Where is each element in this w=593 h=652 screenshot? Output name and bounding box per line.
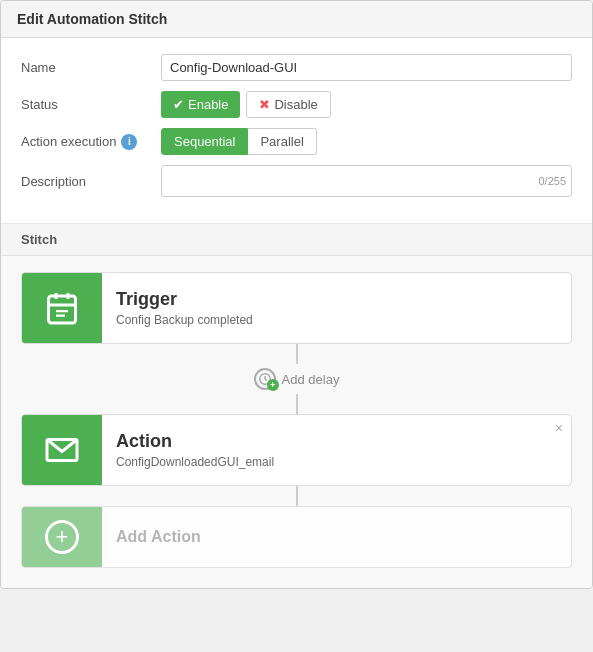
add-delay-row[interactable]: + Add delay [254,364,340,394]
execution-row: Action execution i Sequential Parallel [21,128,572,155]
add-delay-plus-icon: + [267,379,279,391]
status-label: Status [21,97,161,112]
status-row: Status ✔ Enable ✖ Disable [21,91,572,118]
description-count: 0/255 [538,175,566,187]
description-control: 0/255 [161,165,572,197]
connector-2 [296,394,298,414]
info-icon[interactable]: i [121,134,137,150]
add-action-icon-bg: + [22,507,102,567]
trigger-icon [44,290,80,326]
description-row: Description 0/255 [21,165,572,197]
trigger-subtitle: Config Backup completed [116,313,253,327]
stitch-area: Trigger Config Backup completed + Add de… [1,256,592,588]
stitch-section-label: Stitch [1,224,592,256]
action-content: Action ConfigDownloadedGUI_email [102,415,288,485]
name-control [161,54,572,81]
action-subtitle: ConfigDownloadedGUI_email [116,455,274,469]
action-icon [44,432,80,468]
disable-label: Disable [274,97,317,112]
check-icon: ✔ [173,97,184,112]
enable-button[interactable]: ✔ Enable [161,91,240,118]
execution-label: Action execution i [21,134,161,150]
panel-title: Edit Automation Stitch [1,1,592,38]
svg-line-8 [265,379,267,381]
execution-buttons: Sequential Parallel [161,128,572,155]
add-delay-label: Add delay [282,372,340,387]
trigger-content: Trigger Config Backup completed [102,273,267,343]
trigger-title: Trigger [116,289,253,310]
connector-1 [296,344,298,364]
trigger-icon-bg [22,273,102,343]
name-input[interactable] [161,54,572,81]
action-icon-bg [22,415,102,485]
add-action-label: Add Action [102,507,215,567]
status-buttons: ✔ Enable ✖ Disable [161,91,572,118]
action-title: Action [116,431,274,452]
action-close-button[interactable]: × [555,421,563,435]
x-icon: ✖ [259,97,270,112]
add-action-plus-icon: + [45,520,79,554]
sequential-button[interactable]: Sequential [161,128,248,155]
parallel-button[interactable]: Parallel [248,128,316,155]
enable-label: Enable [188,97,228,112]
trigger-card[interactable]: Trigger Config Backup completed [21,272,572,344]
name-row: Name [21,54,572,81]
connector-3 [296,486,298,506]
disable-button[interactable]: ✖ Disable [246,91,330,118]
svg-rect-0 [49,296,76,323]
name-label: Name [21,60,161,75]
description-input[interactable] [161,165,572,197]
add-delay-icon: + [254,368,276,390]
description-label: Description [21,174,161,189]
add-action-card[interactable]: + Add Action [21,506,572,568]
form-area: Name Status ✔ Enable ✖ Disable Act [1,38,592,224]
action-card[interactable]: Action ConfigDownloadedGUI_email × [21,414,572,486]
main-panel: Edit Automation Stitch Name Status ✔ Ena… [0,0,593,589]
